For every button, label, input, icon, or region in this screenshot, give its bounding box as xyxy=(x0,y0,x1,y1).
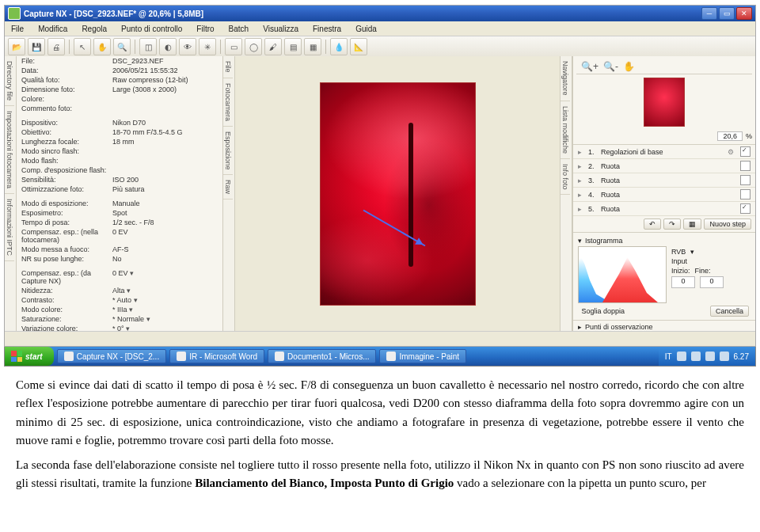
menu-view[interactable]: Visualizza xyxy=(260,24,302,34)
step-checkbox[interactable] xyxy=(740,189,750,200)
edit-step-row[interactable]: ▸1.Regolazioni di base⚙ xyxy=(573,145,755,159)
tool-brush-icon[interactable]: 🖌 xyxy=(264,38,282,55)
tab-camera-settings[interactable]: Impostazioni fotocamera xyxy=(5,106,14,194)
tray-icon[interactable] xyxy=(691,352,701,361)
tab-exposure[interactable]: Esposizione xyxy=(223,127,233,176)
meta-key: Saturazione: xyxy=(21,315,112,323)
chevron-down-icon[interactable]: ▾ xyxy=(578,237,582,245)
editlist-icon-b[interactable]: ↷ xyxy=(663,218,681,230)
gear-icon[interactable]: ⚙ xyxy=(728,148,737,156)
task-paint[interactable]: Immagine - Paint xyxy=(379,349,466,363)
tool-hand-icon[interactable]: ✋ xyxy=(93,38,111,55)
tool-redeye-icon[interactable]: 👁 xyxy=(179,38,196,55)
tab-camera[interactable]: Fotocamera xyxy=(223,78,233,127)
tray-icon[interactable] xyxy=(677,352,686,361)
tool-crop-icon[interactable]: ◫ xyxy=(139,38,157,55)
zoom-value[interactable]: 20,6 xyxy=(717,131,743,141)
tool-measure-icon[interactable]: 📐 xyxy=(350,38,367,55)
tool-save-icon[interactable]: 💾 xyxy=(28,38,45,55)
meta-key: Colore: xyxy=(21,95,112,103)
meta-key: Compensaz. esp.: (da Capture NX) xyxy=(21,269,112,285)
menu-help[interactable]: Guida xyxy=(352,24,380,34)
tab-file[interactable]: File xyxy=(223,56,233,78)
menu-edit[interactable]: Modifica xyxy=(35,24,70,34)
tab-navigator[interactable]: Navigatore xyxy=(560,56,570,101)
dropdown-icon[interactable]: ▾ xyxy=(129,306,133,314)
edit-step-row[interactable]: ▸4.Ruota xyxy=(573,188,755,202)
menu-controlpoint[interactable]: Punto di controllo xyxy=(118,24,185,34)
clock[interactable]: 6.27 xyxy=(734,352,749,361)
metadata-row: Sensibilità:ISO 200 xyxy=(17,175,222,184)
metadata-row: Saturazione:* Normale ▾ xyxy=(17,314,222,324)
tool-auto-icon[interactable]: ✳ xyxy=(199,38,216,55)
meta-value: 18-70 mm F/3.5-4.5 G xyxy=(112,128,218,136)
meta-key: Ottimizzazione foto: xyxy=(21,185,112,193)
task-word2[interactable]: Documento1 - Micros... xyxy=(268,349,376,363)
dropdown-icon[interactable]: ▾ xyxy=(146,315,150,323)
lang-indicator[interactable]: IT xyxy=(665,352,672,361)
menu-adjust[interactable]: Regola xyxy=(78,24,110,34)
menu-window[interactable]: Finestra xyxy=(310,24,344,34)
chevron-down-icon[interactable]: ▾ xyxy=(690,248,694,256)
menu-filter[interactable]: Filtro xyxy=(193,24,217,34)
meta-value: 2006/05/21 15:55:32 xyxy=(112,66,218,74)
start-button[interactable]: start xyxy=(5,347,54,366)
hist-rvb-label: RVB xyxy=(671,248,686,256)
tool-eyedrop-icon[interactable]: 💧 xyxy=(330,38,348,55)
hand-icon[interactable]: ✋ xyxy=(623,61,635,72)
edit-step-row[interactable]: ▸3.Ruota xyxy=(573,173,755,188)
new-step-button[interactable]: Nuovo step xyxy=(704,218,751,230)
navigator-thumb[interactable] xyxy=(644,78,685,127)
zoom-out-icon[interactable]: 🔍- xyxy=(603,61,618,72)
tab-editlist[interactable]: Lista modifiche xyxy=(560,101,570,159)
tool-open-icon[interactable]: 📂 xyxy=(8,38,25,55)
histogram-panel: ▾Istogramma RVB ▾ Input Inizio: Fine: 0 xyxy=(573,233,755,320)
edit-step-row[interactable]: ▸2.Ruota xyxy=(573,159,755,173)
menu-batch[interactable]: Batch xyxy=(226,24,253,34)
step-checkbox[interactable] xyxy=(740,203,750,214)
maximize-button[interactable]: ▭ xyxy=(719,7,735,20)
menu-file[interactable]: File xyxy=(8,24,27,34)
task-icon xyxy=(386,352,396,361)
edit-step-row[interactable]: ▸5.Ruota xyxy=(573,202,755,216)
dropdown-icon[interactable]: ▾ xyxy=(134,296,138,304)
editlist-icon-c[interactable]: ▦ xyxy=(683,218,701,230)
dropdown-icon[interactable]: ▾ xyxy=(130,269,134,277)
dropdown-icon[interactable]: ▾ xyxy=(127,287,131,294)
minimize-button[interactable]: ─ xyxy=(701,7,717,20)
meta-value: * Auto ▾ xyxy=(112,296,218,304)
image-canvas[interactable] xyxy=(235,56,560,332)
hist-cancel-button[interactable]: Cancella xyxy=(710,306,749,317)
tool-zoom-icon[interactable]: 🔍 xyxy=(113,38,131,55)
task-capturenx[interactable]: Capture NX - [DSC_2... xyxy=(57,349,166,363)
tool-rect-icon[interactable]: ▭ xyxy=(225,38,242,55)
tray-icon[interactable] xyxy=(720,352,729,361)
close-button[interactable]: ✕ xyxy=(736,7,752,20)
tab-iptc[interactable]: Informazioni IPTC xyxy=(5,194,14,261)
meta-value: 18 mm xyxy=(112,138,218,146)
chevron-right-icon: ▸ xyxy=(578,148,585,156)
zoom-in-icon[interactable]: 🔍+ xyxy=(581,61,598,72)
tray-icon[interactable] xyxy=(705,352,715,361)
tool-lasso-icon[interactable]: ◯ xyxy=(245,38,262,55)
tab-raw[interactable]: Raw xyxy=(223,175,233,200)
tab-directory[interactable]: Directory file xyxy=(5,56,14,106)
metadata-row: Nitidezza:Alta ▾ xyxy=(17,286,222,295)
task-word[interactable]: IR - Microsoft Word xyxy=(169,349,264,363)
step-checkbox[interactable] xyxy=(740,146,750,157)
meta-value: Manuale xyxy=(112,200,218,207)
tool-print-icon[interactable]: 🖨 xyxy=(48,38,65,55)
hist-fine-value[interactable]: 0 xyxy=(700,276,724,288)
step-checkbox[interactable] xyxy=(740,161,750,171)
hist-inizio-value[interactable]: 0 xyxy=(671,276,695,288)
tool-bw-icon[interactable]: ◐ xyxy=(159,38,177,55)
tool-fill-icon[interactable]: ▦ xyxy=(304,38,321,55)
tab-infofoto[interactable]: Info foto xyxy=(560,159,570,196)
step-number: 5. xyxy=(588,205,598,213)
step-checkbox[interactable] xyxy=(740,175,750,185)
editlist-icon-a[interactable]: ↶ xyxy=(644,218,661,230)
tool-gradient-icon[interactable]: ▤ xyxy=(284,38,302,55)
meta-value: * Normale ▾ xyxy=(112,315,218,323)
meta-value xyxy=(112,104,218,112)
tool-pointer-icon[interactable]: ↖ xyxy=(74,38,91,55)
